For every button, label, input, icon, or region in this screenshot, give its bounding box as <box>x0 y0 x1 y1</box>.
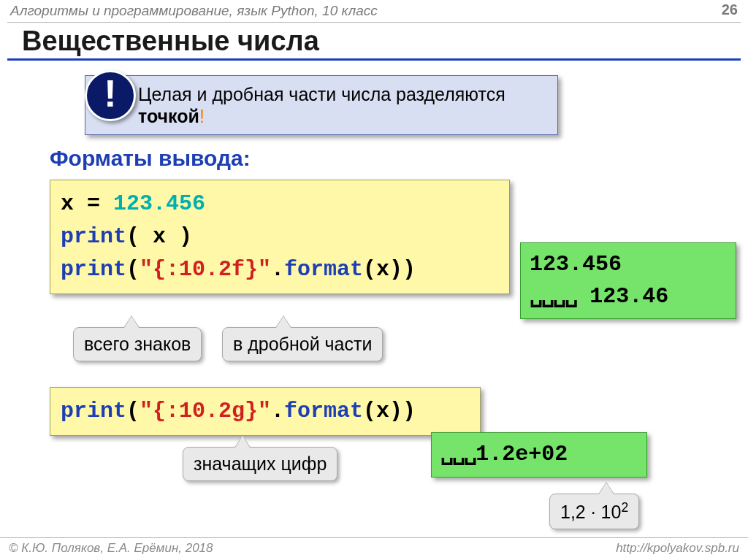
code-keyword: print <box>61 224 126 249</box>
code-text: . <box>271 257 284 282</box>
slide-footer: © К.Ю. Поляков, Е.А. Ерёмин, 2018 http:/… <box>0 537 748 560</box>
callout-precision: в дробной части <box>222 327 383 361</box>
page-number: 26 <box>722 1 738 18</box>
course-title: Алгоритмы и программирование, язык Pytho… <box>10 3 378 18</box>
output-line: ␣␣␣␣ 123.46 <box>530 281 727 313</box>
code-keyword: format <box>284 399 363 423</box>
code-block-2: print("{:10.2g}".format(x)) <box>50 387 481 436</box>
code-block-1: x = 123.456 print( x ) print("{:10.2f}".… <box>50 180 510 294</box>
space-markers: ␣␣␣ <box>440 442 476 467</box>
divider-top <box>7 22 741 23</box>
code-text: . <box>271 399 284 423</box>
code-text: x = <box>61 191 113 216</box>
output-value: 123.46 <box>576 284 668 309</box>
subhead-colon: : <box>243 146 251 170</box>
note-exclaim: ! <box>199 106 205 126</box>
code-keyword: print <box>61 257 126 282</box>
section-subhead: Форматы вывода: <box>50 146 251 171</box>
callout-tail <box>276 316 291 328</box>
callout-tail <box>599 483 614 494</box>
output-value: 1.2e+02 <box>476 442 568 467</box>
output-block-2: ␣␣␣1.2e+02 <box>431 432 647 477</box>
space-markers: ␣␣␣␣ <box>530 284 576 309</box>
callout-significant: значащих цифр <box>183 447 337 481</box>
callout-tail <box>235 436 250 448</box>
callout-width: всего знаков <box>73 327 202 361</box>
slide-header: Алгоритмы и программирование, язык Pytho… <box>0 0 748 20</box>
sci-exp: 2 <box>621 500 628 515</box>
code-keyword: print <box>61 399 126 423</box>
callout-scientific: 1,2 · 102 <box>549 494 639 529</box>
note-box: Целая и дробная части числа разделяются … <box>85 75 558 135</box>
note-text: Целая и дробная части числа разделяются <box>138 84 505 104</box>
divider-title <box>7 58 741 61</box>
code-text: ( <box>126 257 140 282</box>
note-strong: точкой <box>138 106 199 126</box>
output-block-1: 123.456 ␣␣␣␣ 123.46 <box>520 242 736 319</box>
slide-title: Вещественные числа <box>22 26 748 57</box>
code-string: "{:10.2f}" <box>140 257 271 282</box>
code-text: ( x ) <box>126 224 192 249</box>
code-string: "{:10.2g}" <box>140 399 271 423</box>
sci-base: 1,2 · 10 <box>560 502 621 522</box>
footer-url: http://kpolyakov.spb.ru <box>616 541 739 556</box>
code-literal: 123.456 <box>113 191 205 216</box>
subhead-text: Форматы вывода <box>50 146 243 170</box>
code-keyword: format <box>284 257 363 282</box>
code-text: (x)) <box>363 257 416 282</box>
code-text: (x)) <box>363 399 416 423</box>
output-line: 123.456 <box>530 249 727 281</box>
callout-tail <box>124 316 139 328</box>
code-text: ( <box>126 399 140 423</box>
attention-icon: ! <box>85 70 136 121</box>
copyright: © К.Ю. Поляков, Е.А. Ерёмин, 2018 <box>9 541 213 556</box>
